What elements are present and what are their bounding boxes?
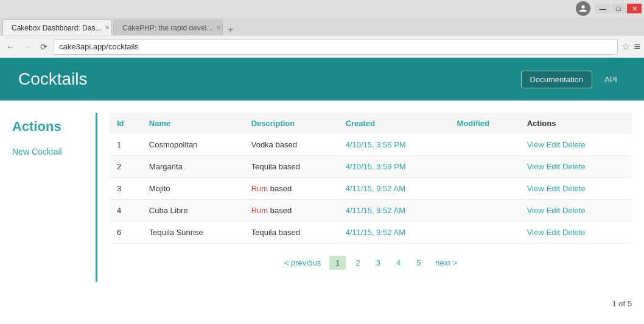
page-2-link[interactable]: 2 bbox=[349, 256, 366, 270]
tab-2-label: CakePHP: the rapid devel... bbox=[122, 24, 212, 32]
profile-icon bbox=[576, 1, 590, 16]
cell-id: 2 bbox=[110, 156, 142, 178]
cell-description: Rum based bbox=[244, 200, 338, 222]
cell-id: 1 bbox=[110, 134, 142, 156]
cell-name: Cosmopolitan bbox=[142, 134, 244, 156]
action-edit-link[interactable]: Edit bbox=[547, 184, 560, 193]
content-area: Actions New Cocktail Id Name Description… bbox=[0, 100, 644, 294]
page-3-link[interactable]: 3 bbox=[370, 256, 387, 270]
action-view-link[interactable]: View bbox=[527, 140, 544, 149]
cell-name: Margarita bbox=[142, 156, 244, 178]
action-delete-link[interactable]: Delete bbox=[562, 162, 586, 171]
cell-id: 6 bbox=[110, 222, 142, 244]
action-edit-link[interactable]: Edit bbox=[547, 228, 560, 237]
window-controls: — □ ✕ bbox=[595, 4, 642, 13]
cell-description: Rum based bbox=[244, 178, 338, 200]
action-delete-link[interactable]: Delete bbox=[562, 228, 586, 237]
action-view-link[interactable]: View bbox=[527, 184, 544, 193]
tab-1-label: Cakebox Dashboard: Das... bbox=[12, 24, 101, 32]
main-content: Id Name Description Created Modified Act… bbox=[97, 113, 644, 282]
action-edit-link[interactable]: Edit bbox=[547, 206, 560, 215]
browser-tab-2[interactable]: CakePHP: the rapid devel... ✕ bbox=[113, 19, 223, 35]
cell-name: Tequila Sunrise bbox=[142, 222, 244, 244]
table-row: 1CosmopolitanVodka based4/10/15, 3:56 PM… bbox=[110, 134, 632, 156]
browser-menu-button[interactable]: ≡ bbox=[634, 40, 640, 53]
pagination: < previous 1 2 3 4 5 next > bbox=[110, 244, 632, 282]
maximize-button[interactable]: □ bbox=[611, 4, 626, 13]
col-id[interactable]: Id bbox=[110, 113, 142, 134]
sidebar-title: Actions bbox=[12, 119, 83, 135]
header-nav: Documentation API bbox=[521, 71, 626, 88]
cocktails-table: Id Name Description Created Modified Act… bbox=[110, 113, 632, 244]
api-button[interactable]: API bbox=[596, 71, 626, 88]
action-edit-link[interactable]: Edit bbox=[547, 140, 560, 149]
bookmark-icon[interactable]: ☆ bbox=[621, 41, 630, 52]
cell-actions: ViewEditDelete bbox=[520, 156, 632, 178]
tab-1-close[interactable]: ✕ bbox=[105, 24, 110, 31]
cell-actions: ViewEditDelete bbox=[520, 200, 632, 222]
action-edit-link[interactable]: Edit bbox=[547, 162, 560, 171]
cell-actions: ViewEditDelete bbox=[520, 178, 632, 200]
cell-created: 4/10/15, 3:56 PM bbox=[338, 134, 450, 156]
address-input[interactable] bbox=[54, 39, 618, 55]
table-row: 6Tequila SunriseTequila based4/11/15, 9:… bbox=[110, 222, 632, 244]
browser-chrome: — □ ✕ Cakebox Dashboard: Das... ✕ CakePH… bbox=[0, 0, 644, 58]
title-bar: — □ ✕ bbox=[0, 0, 644, 17]
cell-modified bbox=[450, 156, 520, 178]
page-info: 1 of 5 bbox=[612, 299, 632, 308]
col-description[interactable]: Description bbox=[244, 113, 338, 134]
cell-description: Vodka based bbox=[244, 134, 338, 156]
cell-created: 4/11/15, 9:52 AM bbox=[338, 200, 450, 222]
documentation-button[interactable]: Documentation bbox=[521, 71, 592, 88]
cell-name: Cuba Libre bbox=[142, 200, 244, 222]
new-cocktail-link[interactable]: New Cocktail bbox=[12, 147, 62, 157]
browser-tab-1[interactable]: Cakebox Dashboard: Das... ✕ bbox=[2, 19, 112, 35]
cell-name: Mojito bbox=[142, 178, 244, 200]
cell-actions: ViewEditDelete bbox=[520, 222, 632, 244]
cell-id: 3 bbox=[110, 178, 142, 200]
page-5-link[interactable]: 5 bbox=[410, 256, 427, 270]
action-delete-link[interactable]: Delete bbox=[562, 184, 586, 193]
forward-button[interactable]: → bbox=[21, 41, 34, 53]
action-view-link[interactable]: View bbox=[527, 206, 544, 215]
cell-id: 4 bbox=[110, 200, 142, 222]
col-modified[interactable]: Modified bbox=[450, 113, 520, 134]
page-footer: 1 of 5 bbox=[0, 294, 644, 313]
table-row: 4Cuba LibreRum based4/11/15, 9:52 AMView… bbox=[110, 200, 632, 222]
action-delete-link[interactable]: Delete bbox=[562, 140, 586, 149]
tab-2-close[interactable]: ✕ bbox=[216, 24, 221, 31]
cell-modified bbox=[450, 134, 520, 156]
table-row: 3MojitoRum based4/11/15, 9:52 AMViewEdit… bbox=[110, 178, 632, 200]
table-row: 2MargaritaTequila based4/10/15, 3:59 PMV… bbox=[110, 156, 632, 178]
site-header: Cocktails Documentation API bbox=[0, 58, 644, 100]
new-tab-button[interactable]: + bbox=[224, 24, 237, 35]
cell-description: Tequila based bbox=[244, 222, 338, 244]
col-created[interactable]: Created bbox=[338, 113, 450, 134]
back-button[interactable]: ← bbox=[4, 41, 17, 53]
prev-page-link[interactable]: < previous bbox=[279, 256, 326, 270]
cell-actions: ViewEditDelete bbox=[520, 134, 632, 156]
cell-created: 4/11/15, 9:52 AM bbox=[338, 222, 450, 244]
close-button[interactable]: ✕ bbox=[627, 4, 642, 13]
col-name[interactable]: Name bbox=[142, 113, 244, 134]
tabs-row: Cakebox Dashboard: Das... ✕ CakePHP: the… bbox=[0, 17, 644, 35]
next-page-link[interactable]: next > bbox=[430, 256, 462, 270]
sidebar: Actions New Cocktail bbox=[0, 113, 97, 282]
reload-button[interactable]: ⟳ bbox=[38, 41, 50, 53]
action-delete-link[interactable]: Delete bbox=[562, 206, 586, 215]
site-title: Cocktails bbox=[18, 69, 88, 89]
table-header-row: Id Name Description Created Modified Act… bbox=[110, 113, 632, 134]
page-1-link[interactable]: 1 bbox=[329, 256, 346, 270]
action-view-link[interactable]: View bbox=[527, 228, 544, 237]
page-4-link[interactable]: 4 bbox=[390, 256, 407, 270]
col-actions: Actions bbox=[520, 113, 632, 134]
cell-modified bbox=[450, 200, 520, 222]
cell-description: Tequila based bbox=[244, 156, 338, 178]
minimize-button[interactable]: — bbox=[595, 4, 610, 13]
page: Cocktails Documentation API Actions New … bbox=[0, 58, 644, 313]
address-bar-row: ← → ⟳ ☆ ≡ bbox=[0, 35, 644, 57]
action-view-link[interactable]: View bbox=[527, 162, 544, 171]
cell-created: 4/10/15, 3:59 PM bbox=[338, 156, 450, 178]
cell-created: 4/11/15, 9:52 AM bbox=[338, 178, 450, 200]
cell-modified bbox=[450, 222, 520, 244]
